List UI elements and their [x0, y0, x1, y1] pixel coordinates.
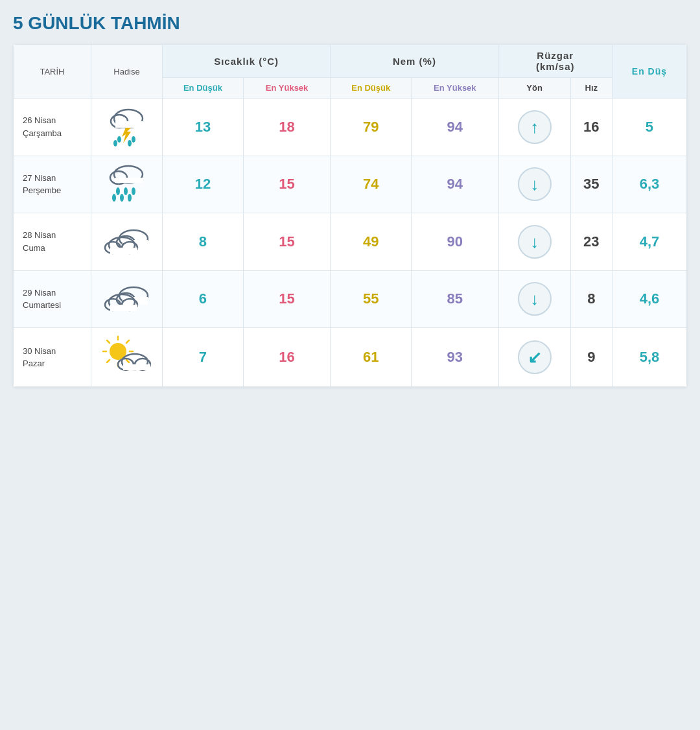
hadise-cell: [91, 328, 163, 387]
label-sicaklik-yuksek: En Yüksek: [243, 78, 330, 99]
wind-circle: ↙: [518, 340, 552, 374]
svg-line-36: [107, 340, 110, 343]
wind-circle: ↓: [518, 167, 552, 201]
weather-icon: [101, 218, 153, 264]
label-nem-yuksek: En Yüksek: [412, 78, 498, 99]
header-sicaklik: Sıcaklık (°C): [163, 45, 331, 78]
col-header-tarih: TARİH: [14, 45, 91, 99]
hiz-cell: 8: [570, 270, 612, 328]
nem-yuksek: 93: [412, 328, 498, 387]
svg-rect-43: [123, 364, 150, 370]
label-yon: Yön: [498, 78, 570, 99]
weather-icon: [101, 104, 153, 149]
header-nem: Nem (%): [331, 45, 498, 78]
hadise-cell: [91, 99, 163, 156]
yon-cell: ↓: [498, 270, 570, 328]
tarih-cell: 27 Nisan Perşembe: [14, 156, 91, 213]
sicaklik-yuksek: 16: [243, 328, 330, 387]
tarih-cell: 29 Nisan Cumartesi: [14, 270, 91, 328]
yon-cell: ↓: [498, 213, 570, 271]
page-title: 5 GÜNLÜK TAHMİN: [13, 13, 687, 34]
yon-cell: ↑: [498, 99, 570, 156]
wind-arrow-icon: ↑: [530, 119, 539, 135]
sicaklik-yuksek: 15: [243, 213, 330, 271]
hadise-cell: [91, 213, 163, 271]
wind-arrow-icon: ↓: [530, 176, 539, 193]
tarih-line2: Perşembe: [23, 185, 61, 195]
svg-rect-23: [110, 248, 137, 254]
svg-point-15: [120, 194, 124, 202]
sicaklik-dusuk: 13: [163, 99, 244, 156]
nem-dusuk: 55: [331, 270, 412, 328]
table-row: 28 Nisan Cuma 8 15 49 90 ↓ 23 4,7: [14, 213, 687, 271]
sicaklik-yuksek: 15: [243, 156, 330, 213]
col-header-er-dus: En Düş: [612, 45, 686, 99]
wind-circle: ↑: [518, 110, 552, 144]
weather-icon: [101, 333, 153, 379]
svg-point-5: [113, 140, 117, 147]
svg-point-13: [132, 187, 135, 195]
yon-cell: ↙: [498, 328, 570, 387]
nem-dusuk: 79: [331, 99, 412, 156]
svg-line-39: [126, 360, 129, 362]
weather-icon: [101, 276, 153, 322]
sicaklik-dusuk: 7: [163, 328, 244, 387]
tarih-line2: Cuma: [23, 243, 45, 253]
wind-circle: ↓: [518, 282, 552, 316]
tarih-line1: 29 Nisan: [23, 288, 56, 298]
label-sicaklik-dusuk: En Düşük: [163, 78, 244, 99]
er-dus-cell: 6,3: [612, 156, 686, 213]
tarih-line2: Pazar: [23, 359, 45, 368]
er-dus-cell: 5,8: [612, 328, 686, 387]
svg-point-4: [117, 136, 121, 143]
nem-yuksek: 94: [412, 156, 498, 213]
wind-circle: ↓: [518, 225, 552, 259]
svg-rect-2: [115, 121, 143, 128]
wind-arrow-icon: ↙: [528, 349, 542, 366]
er-dus-cell: 5: [612, 99, 686, 156]
weather-table: TARİH Hadise Sıcaklık (°C) Nem (%) Rüzga…: [13, 44, 687, 387]
tarih-line1: 26 Nisan: [23, 115, 56, 125]
hiz-cell: 23: [570, 213, 612, 271]
svg-line-38: [107, 360, 110, 362]
svg-point-11: [116, 187, 120, 195]
sicaklik-dusuk: 12: [163, 156, 244, 213]
hadise-cell: [91, 270, 163, 328]
svg-point-6: [132, 136, 135, 143]
hadise-cell: [91, 156, 163, 213]
tarih-line1: 30 Nisan: [23, 346, 56, 356]
svg-point-12: [124, 187, 128, 195]
nem-yuksek: 94: [412, 99, 498, 156]
nem-yuksek: 85: [412, 270, 498, 328]
svg-point-14: [112, 194, 116, 202]
hiz-cell: 35: [570, 156, 612, 213]
tarih-cell: 28 Nisan Cuma: [14, 213, 91, 271]
tarih-cell: 26 Nisan Çarşamba: [14, 99, 91, 156]
nem-dusuk: 61: [331, 328, 412, 387]
svg-point-16: [128, 194, 132, 202]
tarih-line1: 28 Nisan: [23, 230, 56, 240]
wind-arrow-icon: ↓: [530, 233, 539, 250]
tarih-cell: 30 Nisan Pazar: [14, 328, 91, 387]
nem-dusuk: 49: [331, 213, 412, 271]
sicaklik-dusuk: 8: [163, 213, 244, 271]
sicaklik-dusuk: 6: [163, 270, 244, 328]
weather-table-wrapper: TARİH Hadise Sıcaklık (°C) Nem (%) Rüzga…: [13, 44, 687, 387]
er-dus-cell: 4,7: [612, 213, 686, 271]
svg-rect-10: [115, 178, 143, 183]
yon-cell: ↓: [498, 156, 570, 213]
table-row: 30 Nisan Pazar 7 16 61: [14, 328, 687, 387]
hiz-cell: 9: [570, 328, 612, 387]
label-nem-dusuk: En Düşük: [331, 78, 412, 99]
svg-rect-30: [110, 305, 137, 311]
label-hiz: Hız: [570, 78, 612, 99]
sicaklik-yuksek: 18: [243, 99, 330, 156]
header-ruzgar: Rüzgar (km/sa): [498, 45, 612, 78]
sicaklik-yuksek: 15: [243, 270, 330, 328]
tarih-line2: Çarşamba: [23, 128, 62, 138]
table-row: 26 Nisan Çarşamba 13 18 79 94 ↑ 16 5: [14, 99, 687, 156]
tarih-line2: Cumartesi: [23, 300, 61, 310]
er-dus-cell: 4,6: [612, 270, 686, 328]
svg-point-7: [128, 140, 132, 147]
nem-yuksek: 90: [412, 213, 498, 271]
